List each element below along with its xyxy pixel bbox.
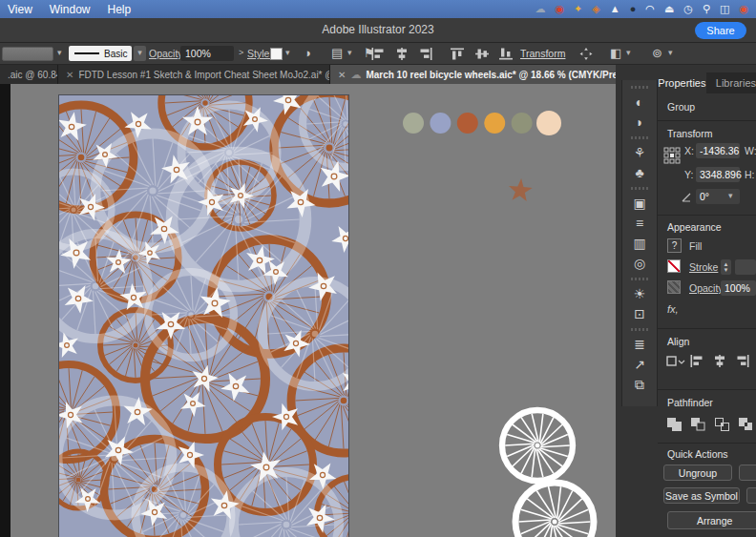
opacity-input[interactable]: 100% [180,46,234,61]
pathfinder-intersect-icon[interactable] [715,418,729,431]
chevron-down-icon[interactable]: ▾ [668,48,673,57]
gradient-icon[interactable]: ◗ [636,113,643,133]
y-input[interactable]: 3348.896 [696,167,740,182]
color-swatch-circle[interactable] [484,113,505,134]
tab-libraries[interactable]: Libraries [706,72,756,93]
fx-effects-icon[interactable]: fx, [667,303,679,315]
export-icon[interactable]: ↗ [634,355,645,375]
tab-properties[interactable]: Properties [658,72,706,93]
clock-icon[interactable]: ◷ [683,0,693,18]
close-icon[interactable]: ✕ [66,70,74,80]
pathfinder-unite-icon[interactable] [667,418,682,431]
style-swatch[interactable] [270,48,283,60]
stroke-swatch-none[interactable] [667,259,681,273]
align-middle-vertical-icon[interactable] [475,48,489,60]
stroke-panel-icon[interactable]: ≡ [636,214,643,234]
pathfinder-exclude-icon[interactable] [739,418,753,431]
asset-export-icon[interactable]: ⧉ [635,375,644,395]
transform-link[interactable]: Transform [520,48,565,59]
panel-grip-handle[interactable] [631,136,648,139]
canvas[interactable] [10,84,616,537]
gradient-bar-icon[interactable]: ▥ [633,234,645,254]
stroke-weight-input-cut[interactable] [735,259,756,275]
close-icon[interactable]: ✕ [338,70,346,80]
recolor-artwork-icon[interactable]: ◑ [304,46,311,60]
align-right-icon[interactable] [419,48,432,60]
chevron-down-icon[interactable]: ▾ [134,46,146,61]
color-swatch-circle[interactable] [430,113,451,134]
transparency-icon[interactable]: ◎ [634,254,645,274]
puppet-warp-icon[interactable]: ⊚ [652,46,662,60]
opacity-input[interactable]: 100% [721,280,756,296]
panel-grip-handle[interactable] [631,187,648,190]
menu-items: ViewWindowHelp [8,3,131,16]
artboard-icon[interactable]: ⊡ [634,304,645,324]
brushes-icon[interactable]: ⚘ [634,143,646,163]
ungroup-button[interactable]: Ungroup [663,465,732,481]
control-center-icon[interactable]: ◫ [720,0,729,18]
appearance-icon[interactable]: ☀ [634,284,646,304]
color-palette-icon[interactable]: ◐ [636,93,643,113]
layers-icon[interactable]: ≣ [634,335,645,355]
save-as-symbol-button[interactable]: Save as Symbol [663,487,740,504]
cloud-status-icon[interactable]: ☁ [535,0,545,18]
document-tab[interactable]: ✕ FDTD Lesson #1 Sketch & Import Cheat S… [58,65,330,84]
align-center-horizontal-icon[interactable] [713,355,726,367]
align-bottom-icon[interactable] [499,48,513,60]
chevron-down-icon[interactable]: ▾ [285,48,290,57]
rotate-select[interactable]: 0° [696,189,740,204]
color-swatch-circle[interactable] [457,113,478,134]
eject-icon[interactable]: ⏏ [664,0,674,18]
menu-item-window[interactable]: Window [50,3,91,16]
pathfinder-minus-front-icon[interactable] [691,418,705,431]
panel-grip-handle[interactable] [631,328,648,331]
chevron-down-icon[interactable]: ▾ [57,48,62,57]
chevron-down-icon[interactable]: ▾ [347,48,352,57]
cut-off-button[interactable] [746,487,756,504]
reference-point-icon[interactable] [663,147,681,166]
dark-app-icon[interactable]: ● [630,0,637,18]
align-top-icon[interactable] [451,48,464,60]
color-swatch-circle[interactable] [512,113,533,134]
align-left-icon[interactable] [371,48,385,60]
triangle-app-icon[interactable]: ▲ [610,0,620,18]
align-right-icon[interactable] [736,355,749,367]
red-app-icon[interactable]: ◉ [555,0,564,18]
shield-app-icon[interactable]: ◈ [592,0,599,18]
document-tab-active[interactable]: ✕ ☁ March 10 reel bicycle wheels.aic* @ … [330,65,620,84]
share-button[interactable]: Share [695,22,746,39]
opacity-stepper-icon[interactable]: > [239,48,243,57]
wifi-icon[interactable]: ◠ [645,0,655,18]
menu-item-help[interactable]: Help [107,3,131,16]
stroke-variable-width-select[interactable]: Basic [69,46,132,61]
panel-grip-handle[interactable] [631,278,648,280]
stroke-link[interactable]: Stroke [689,261,718,273]
cut-off-button[interactable] [739,465,756,481]
fill-swatch[interactable]: ? [667,238,682,253]
color-swatch-circle[interactable] [536,111,561,135]
align-to-selection-icon[interactable] [666,355,685,370]
image-trace-icon[interactable]: ▣ [633,194,645,214]
color-swatch-circle[interactable] [403,113,424,134]
style-link[interactable]: Style: [247,48,272,59]
align-left-icon[interactable] [690,355,704,367]
menu-item-view[interactable]: View [8,3,32,16]
opacity-link[interactable]: Opacity [689,282,724,294]
opacity-swatch[interactable] [667,280,681,294]
arrange-button[interactable]: Arrange [667,511,756,529]
siri-icon[interactable]: ◉ [739,0,748,18]
document-tab[interactable]: .aic @ 60.84 ... [0,65,58,84]
appearance-preview-swatch[interactable] [2,47,53,61]
x-input[interactable]: -1436.36 [696,143,740,158]
align-center-horizontal-icon[interactable] [395,48,409,60]
chevron-down-icon[interactable]: ▾ [728,191,733,200]
colorful-app-icon[interactable]: ✦ [574,0,582,18]
symbols-icon[interactable]: ♣ [635,163,643,183]
stroke-weight-stepper[interactable]: ▲▼ [721,259,731,275]
panel-grip-handle[interactable] [631,86,648,89]
free-transform-icon[interactable] [579,48,593,60]
shape-builder-icon[interactable]: ◧ [610,46,621,60]
document-setup-icon[interactable]: ▤ [331,46,343,60]
chevron-down-icon[interactable]: ▾ [626,48,631,57]
spotlight-icon[interactable]: ⚲ [703,0,710,18]
